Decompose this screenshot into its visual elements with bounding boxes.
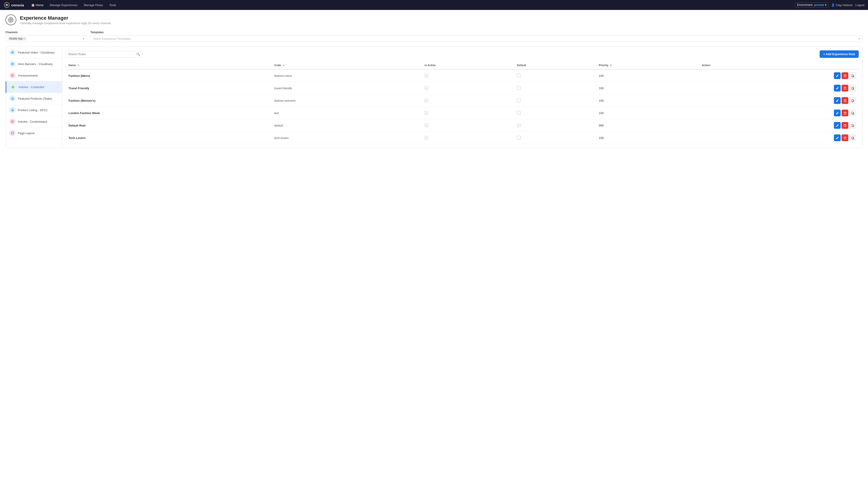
sidebar: Featured Video - Cloudinary Hero Banners… (6, 47, 62, 148)
is-active-checkbox[interactable] (425, 136, 428, 140)
default-checkbox[interactable] (517, 136, 521, 139)
table-row: Default Rule default 999 (66, 119, 859, 132)
sidebar-item-label: Page Layout (18, 131, 34, 135)
row-actions (699, 94, 859, 107)
row-default (514, 69, 596, 82)
col-is-active: is Active (422, 61, 514, 69)
table-header-row: Name ⇅ Code ⇅ is Active Default (66, 61, 859, 69)
templates-input[interactable]: Select Experience Templates ▾ (90, 35, 863, 42)
edit-button[interactable] (834, 85, 841, 92)
nav-manage-flows[interactable]: Manage Flows (81, 2, 106, 8)
row-name: Tech Lovers (66, 132, 272, 144)
is-active-checkbox[interactable] (425, 74, 428, 77)
sort-code-icon[interactable]: ⇅ (283, 64, 285, 67)
sidebar-item-label: Announcement (18, 74, 37, 77)
environment-badge: Environment: preview ▾ (795, 2, 828, 7)
delete-button[interactable] (842, 85, 848, 92)
default-checkbox[interactable] (517, 86, 521, 90)
row-actions (699, 82, 859, 94)
templates-label: Templates (90, 31, 863, 34)
channels-input[interactable]: Mobile App × ▾ (5, 35, 87, 42)
brand-name: conscia (11, 3, 24, 7)
delete-button[interactable] (842, 109, 848, 116)
delete-button[interactable] (842, 122, 848, 129)
page-title: Experience Manager (20, 15, 112, 21)
row-code: tech-lovers (272, 132, 422, 144)
edit-button[interactable] (834, 72, 841, 79)
is-active-checkbox[interactable] (425, 99, 428, 102)
sidebar-item-page-layout[interactable]: Page Layout (6, 127, 62, 139)
row-name: London Fashion Week (66, 107, 272, 119)
edit-button[interactable] (834, 134, 841, 141)
sidebar-item-featured-video[interactable]: Featured Video - Cloudinary (6, 47, 62, 58)
svg-rect-37 (852, 137, 853, 139)
sidebar-item-product-listing[interactable]: ☁ Product Listing - SFCC (6, 104, 62, 116)
row-default (514, 107, 596, 119)
user-icon: 👤 (831, 3, 835, 7)
sidebar-item-label: Product Listing - SFCC (18, 108, 48, 112)
row-is-active (422, 119, 514, 132)
svg-text:C: C (12, 86, 13, 88)
env-chevron-icon: ▾ (825, 3, 827, 6)
search-input[interactable] (68, 53, 134, 56)
delete-button[interactable] (842, 97, 848, 104)
sidebar-item-articles-contentstack[interactable]: ! Articles - Contentstack (6, 116, 62, 127)
sidebar-item-featured-products[interactable]: ☁ Featured Products (Static) (6, 93, 62, 104)
row-code: fashion-womens (272, 94, 422, 107)
sidebar-item-label: Featured Video - Cloudinary (18, 51, 55, 54)
default-checkbox[interactable] (517, 74, 521, 77)
nav-manage-experiences[interactable]: Manage Experiences (47, 2, 80, 8)
environment-value: preview (814, 3, 824, 6)
row-actions (699, 107, 859, 119)
row-is-active (422, 82, 514, 94)
sidebar-item-announcement[interactable]: ! Announcement (6, 70, 62, 81)
hero-banners-icon (9, 61, 16, 67)
rules-table: Name ⇅ Code ⇅ is Active Default (66, 61, 859, 144)
default-checkbox[interactable] (517, 124, 521, 127)
row-actions (699, 69, 859, 82)
sort-priority-icon[interactable]: ⇅ (610, 64, 612, 67)
templates-filter-group: Templates Select Experience Templates ▾ (90, 31, 863, 42)
nav-home[interactable]: 🏠 Home (29, 2, 46, 8)
sort-name-icon[interactable]: ⇅ (78, 64, 79, 67)
sidebar-item-articles-contentful[interactable]: C Articles - Contentful (6, 81, 62, 93)
table-row: Fashion (Women's) fashion-womens 100 (66, 94, 859, 107)
articles-contentful-icon: C (10, 84, 16, 90)
copy-button[interactable] (849, 122, 856, 129)
sidebar-item-hero-banners[interactable]: Hero Banners - Cloudinary (6, 58, 62, 70)
row-code: fashion-mens (272, 69, 422, 82)
home-icon: 🏠 (31, 3, 35, 7)
nav-tools[interactable]: Tools (106, 2, 119, 8)
logout-button[interactable]: Logout (855, 3, 864, 7)
row-default (514, 132, 596, 144)
default-checkbox[interactable] (517, 111, 521, 115)
svg-rect-24 (11, 133, 12, 134)
copy-button[interactable] (849, 72, 856, 79)
copy-button[interactable] (849, 134, 856, 141)
row-default (514, 94, 596, 107)
main-layout: Featured Video - Cloudinary Hero Banners… (5, 46, 863, 148)
add-experience-rule-button[interactable]: + Add Experience Rule (819, 51, 859, 58)
product-listing-icon: ☁ (9, 107, 16, 113)
copy-button[interactable] (849, 109, 856, 116)
edit-button[interactable] (834, 122, 841, 129)
delete-button[interactable] (842, 72, 848, 79)
col-name: Name ⇅ (66, 61, 272, 69)
row-actions (699, 119, 859, 132)
is-active-checkbox[interactable] (425, 86, 428, 90)
table-row: London Fashion Week test 100 (66, 107, 859, 119)
is-active-checkbox[interactable] (425, 111, 428, 115)
search-box[interactable]: 🔍 (66, 51, 143, 58)
logo[interactable]: conscia (4, 2, 24, 8)
is-active-checkbox[interactable] (425, 124, 428, 127)
remove-channel-tag[interactable]: × (24, 37, 25, 40)
copy-button[interactable] (849, 85, 856, 92)
content-toolbar: 🔍 + Add Experience Rule (66, 51, 859, 58)
copy-button[interactable] (849, 97, 856, 104)
sidebar-item-label: Articles - Contentstack (18, 120, 47, 123)
edit-button[interactable] (834, 97, 841, 104)
edit-button[interactable] (834, 109, 841, 116)
row-is-active (422, 94, 514, 107)
default-checkbox[interactable] (517, 98, 521, 102)
delete-button[interactable] (842, 134, 848, 141)
